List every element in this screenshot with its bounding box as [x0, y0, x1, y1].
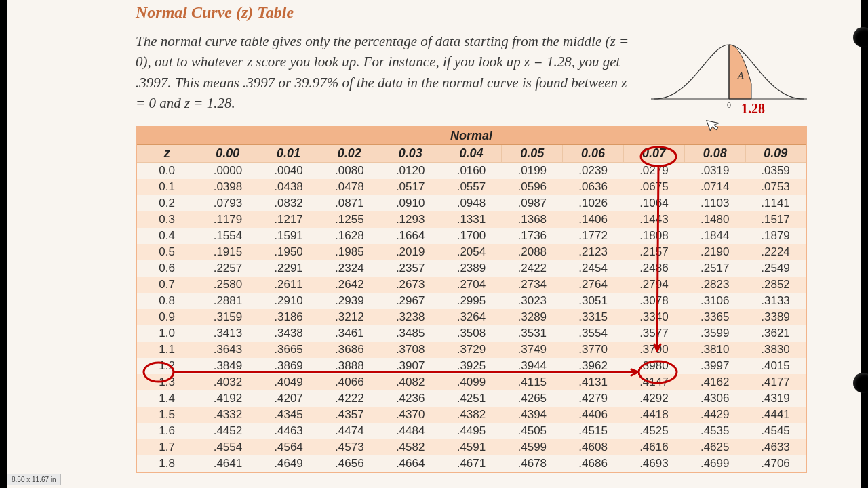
z-value-cell: .1255: [319, 211, 380, 228]
z-value-cell: .2486: [624, 260, 685, 277]
z-value-cell: .0359: [745, 162, 806, 179]
z-value-cell: .3643: [197, 342, 258, 358]
page-title: Normal Curve (z) Table: [136, 3, 807, 22]
z-row-label: 1.0: [136, 325, 197, 342]
z-value-cell: .0000: [197, 162, 258, 179]
z-value-cell: .4495: [441, 423, 502, 439]
z-value-cell: .2088: [502, 244, 563, 260]
z-value-cell: .3159: [197, 309, 258, 325]
z-value-cell: .4535: [684, 423, 745, 439]
z-value-cell: .0239: [563, 162, 624, 179]
z-value-cell: .4279: [563, 390, 624, 407]
table-row: 0.5.1915.1950.1985.2019.2054.2088.2123.2…: [136, 244, 806, 260]
z-value-cell: .0636: [563, 179, 624, 195]
svg-text:0: 0: [727, 100, 731, 110]
z-value-cell: .3106: [684, 293, 745, 309]
z-value-cell: .4066: [319, 374, 380, 390]
z-value-cell: .4625: [684, 439, 745, 455]
z-value-cell: .3621: [745, 325, 806, 342]
z-row-label: 0.9: [136, 309, 197, 325]
z-row-label: 1.1: [136, 342, 197, 358]
z-value-cell: .3665: [258, 342, 319, 358]
z-value-cell: .0793: [197, 195, 258, 211]
z-value-cell: .4207: [258, 390, 319, 407]
z-value-cell: .3907: [380, 358, 441, 374]
z-value-cell: .3413: [197, 325, 258, 342]
table-row: 0.0.0000.0040.0080.0120.0160.0199.0239.0…: [136, 162, 806, 179]
z-value-cell: .2454: [563, 260, 624, 277]
z-value-cell: .4608: [563, 439, 624, 455]
table-row: 0.2.0793.0832.0871.0910.0948.0987.1026.1…: [136, 195, 806, 211]
z-value-cell: .2794: [624, 277, 685, 293]
z-value-cell: .4545: [745, 423, 806, 439]
z-value-cell: .1179: [197, 211, 258, 228]
z-value-cell: .4115: [502, 374, 563, 390]
z-value-cell: .0319: [684, 162, 745, 179]
z-row-label: 1.2: [136, 358, 197, 374]
z-value-cell: .4236: [380, 390, 441, 407]
z-value-cell: .3749: [502, 342, 563, 358]
z-value-cell: .4554: [197, 439, 258, 455]
z-value-cell: .1879: [745, 228, 806, 244]
z-value-cell: .4706: [745, 455, 806, 472]
z-value-cell: .1217: [258, 211, 319, 228]
z-value-cell: .3686: [319, 342, 380, 358]
col-header: 0.04: [441, 144, 502, 162]
z-value-cell: .3340: [624, 309, 685, 325]
z-value-cell: .4441: [745, 407, 806, 423]
z-row-label: 0.2: [136, 195, 197, 211]
z-value-cell: .4515: [563, 423, 624, 439]
z-value-cell: .0160: [441, 162, 502, 179]
table-row: 1.3.4032.4049.4066.4082.4099.4115.4131.4…: [136, 374, 806, 390]
table-row: 1.8.4641.4649.4656.4664.4671.4678.4686.4…: [136, 455, 806, 472]
z-value-cell: .3830: [745, 342, 806, 358]
z-value-cell: .2190: [684, 244, 745, 260]
z-value-cell: .2291: [258, 260, 319, 277]
z-value-cell: .1368: [502, 211, 563, 228]
table-row: 1.4.4192.4207.4222.4236.4251.4265.4279.4…: [136, 390, 806, 407]
z-value-cell: .3980: [624, 358, 685, 374]
z-value-cell: .4591: [441, 439, 502, 455]
textbook-page: Normal Curve (z) Table The normal curve …: [7, 0, 861, 488]
z-row-label: 0.6: [136, 260, 197, 277]
col-header: 0.00: [197, 144, 258, 162]
z-value-cell: .4147: [624, 374, 685, 390]
description-row: The normal curve table gives only the pe…: [136, 31, 807, 114]
z-value-cell: .2939: [319, 293, 380, 309]
z-value-cell: .0596: [502, 179, 563, 195]
z-value-cell: .4418: [624, 407, 685, 423]
table-row: 0.9.3159.3186.3212.3238.3264.3289.3315.3…: [136, 309, 806, 325]
z-value-cell: .3289: [502, 309, 563, 325]
z-value-cell: .4177: [745, 374, 806, 390]
z-value-cell: .0557: [441, 179, 502, 195]
z-row-label: 0.3: [136, 211, 197, 228]
z-value-cell: .3925: [441, 358, 502, 374]
z-value-cell: .4582: [380, 439, 441, 455]
z-value-cell: .4671: [441, 455, 502, 472]
z-value-cell: .2324: [319, 260, 380, 277]
z-value-cell: .3869: [258, 358, 319, 374]
z-value-cell: .2642: [319, 277, 380, 293]
table-row: 1.0.3413.3438.3461.3485.3508.3531.3554.3…: [136, 325, 806, 342]
z-value-cell: .4292: [624, 390, 685, 407]
z-value-cell: .4452: [197, 423, 258, 439]
table-row: 1.6.4452.4463.4474.4484.4495.4505.4515.4…: [136, 423, 806, 439]
z-value-cell: .1331: [441, 211, 502, 228]
z-value-cell: .2673: [380, 277, 441, 293]
z-value-cell: .0675: [624, 179, 685, 195]
z-value-cell: .2123: [563, 244, 624, 260]
z-value-cell: .0832: [258, 195, 319, 211]
col-header: 0.02: [319, 144, 380, 162]
table-title: Normal: [136, 127, 806, 145]
z-value-cell: .2580: [197, 277, 258, 293]
z-value-cell: .4049: [258, 374, 319, 390]
z-value-cell: .0279: [624, 162, 685, 179]
table-row: 1.7.4554.4564.4573.4582.4591.4599.4608.4…: [136, 439, 806, 455]
z-value-cell: .3365: [684, 309, 745, 325]
z-value-cell: .1443: [624, 211, 685, 228]
z-value-cell: .4406: [563, 407, 624, 423]
col-header: 0.03: [380, 144, 441, 162]
z-value-cell: .1915: [197, 244, 258, 260]
z-value-cell: .0714: [684, 179, 745, 195]
z-value-cell: .3962: [563, 358, 624, 374]
